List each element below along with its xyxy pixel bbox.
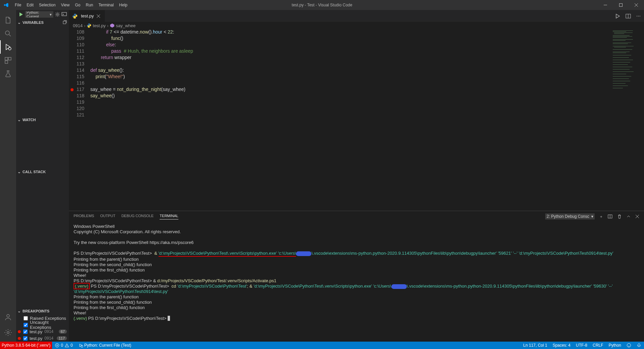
status-spaces[interactable]: Spaces: 4	[550, 342, 573, 349]
glyph-margin[interactable]	[69, 87, 75, 93]
more-actions-icon[interactable]: ⋯	[636, 13, 641, 18]
run-debug-icon[interactable]	[0, 40, 16, 54]
split-terminal-icon[interactable]	[608, 214, 612, 219]
close-window-button[interactable]	[629, 0, 644, 10]
breakpoint-item[interactable]: test.py0914117	[16, 335, 69, 342]
svg-point-8	[57, 14, 58, 15]
accounts-icon[interactable]	[0, 313, 16, 321]
glyph-margin[interactable]	[69, 36, 75, 42]
code-line[interactable]: 108 if 7 <= datetime.now().hour < 22:	[69, 29, 611, 36]
uncaught-exceptions-checkbox[interactable]	[24, 323, 28, 327]
menu-help[interactable]: Help	[117, 0, 130, 10]
settings-gear-icon[interactable]	[0, 329, 16, 337]
extensions-icon[interactable]	[0, 54, 16, 67]
code-line[interactable]: 113	[69, 61, 611, 67]
code-line[interactable]: 115 print("Whee!")	[69, 74, 611, 80]
glyph-margin[interactable]	[69, 74, 75, 80]
code-line[interactable]: 120	[69, 106, 611, 112]
glyph-margin[interactable]	[69, 61, 75, 67]
menu-view[interactable]: View	[58, 0, 72, 10]
tab-terminal[interactable]: TERMINAL	[160, 214, 178, 219]
testing-icon[interactable]	[0, 67, 16, 81]
code-editor[interactable]: 108 if 7 <= datetime.now().hour < 22:109…	[69, 29, 644, 211]
status-encoding[interactable]: UTF-8	[573, 342, 590, 349]
menu-selection[interactable]: Selection	[36, 0, 58, 10]
search-icon[interactable]	[0, 27, 16, 40]
menu-run[interactable]: Run	[83, 0, 96, 10]
menu-file[interactable]: File	[12, 0, 24, 10]
breakpoints-section-header[interactable]: ⌄ BREAKPOINTS	[16, 307, 69, 315]
status-line-col[interactable]: Ln 117, Col 1	[521, 342, 550, 349]
raised-exceptions-checkbox[interactable]	[24, 316, 28, 320]
code-line[interactable]: 109 func()	[69, 36, 611, 42]
glyph-margin[interactable]	[69, 42, 75, 48]
svg-rect-28	[613, 55, 631, 55]
callstack-section-header[interactable]: ⌄ CALL STACK	[16, 168, 69, 176]
code-line[interactable]: 116	[69, 80, 611, 87]
collapse-all-icon[interactable]	[62, 20, 67, 25]
svg-rect-3	[5, 57, 8, 60]
glyph-margin[interactable]	[69, 99, 75, 106]
status-python-interpreter[interactable]: Python 3.8.5 64-bit ('.venv')	[0, 342, 52, 349]
code-line[interactable]: 119	[69, 99, 611, 106]
code-line[interactable]: 111 pass # Hush, the neighbors are aslee…	[69, 48, 611, 55]
code-line[interactable]: 118say_whee()	[69, 93, 611, 99]
variables-section-header[interactable]: ⌄ VARIABLES	[16, 19, 69, 26]
minimap[interactable]	[611, 29, 644, 211]
glyph-margin[interactable]	[69, 93, 75, 99]
close-panel-icon[interactable]	[635, 214, 639, 218]
terminal-selector-dropdown[interactable]: 2: Python Debug Consc▾	[545, 213, 595, 219]
maximize-button[interactable]	[613, 0, 629, 10]
split-editor-icon[interactable]	[626, 13, 631, 19]
status-language[interactable]: Python	[606, 342, 624, 349]
tab-output[interactable]: OUTPUT	[100, 214, 115, 219]
menu-terminal[interactable]: Terminal	[96, 0, 116, 10]
code-line[interactable]: 114def say_whee():	[69, 67, 611, 74]
minimize-button[interactable]	[598, 0, 613, 10]
breakpoint-checkbox[interactable]	[23, 330, 28, 334]
debug-console-toggle-icon[interactable]	[61, 12, 67, 17]
open-launch-json-icon[interactable]	[55, 12, 60, 17]
svg-rect-10	[63, 21, 66, 24]
watch-section-header[interactable]: ⌄ WATCH	[16, 116, 69, 123]
new-terminal-icon[interactable]: ＋	[599, 214, 603, 219]
close-tab-icon[interactable]	[96, 13, 101, 19]
code-line[interactable]: 112 return wrapper	[69, 55, 611, 61]
status-debug-config[interactable]: Python: Current File (Test)	[76, 342, 134, 349]
svg-rect-37	[613, 76, 631, 77]
glyph-margin[interactable]	[69, 80, 75, 87]
glyph-margin[interactable]	[69, 112, 75, 118]
tab-testpy[interactable]: test.py	[69, 10, 105, 22]
start-debug-icon[interactable]	[18, 12, 24, 17]
menu-edit[interactable]: Edit	[24, 0, 36, 10]
glyph-margin[interactable]	[69, 55, 75, 61]
run-file-icon[interactable]	[615, 13, 620, 19]
code-text: print("Whee!")	[90, 74, 125, 80]
menu-go[interactable]: Go	[72, 0, 83, 10]
code-line[interactable]: 121	[69, 112, 611, 118]
code-text: func()	[90, 36, 123, 42]
glyph-margin[interactable]	[69, 48, 75, 55]
maximize-panel-icon[interactable]	[627, 214, 631, 218]
breakpoint-checkbox[interactable]	[23, 336, 28, 341]
status-errors-warnings[interactable]: 0 0	[52, 342, 75, 349]
code-line[interactable]: 110 else:	[69, 42, 611, 48]
glyph-margin[interactable]	[69, 67, 75, 74]
kill-terminal-icon[interactable]	[617, 214, 622, 219]
tab-debug-console[interactable]: DEBUG CONSOLE	[121, 214, 154, 219]
breakpoint-uncaught-exceptions[interactable]: Uncaught Exceptions	[16, 321, 69, 328]
glyph-margin[interactable]	[69, 106, 75, 112]
code-line[interactable]: 117say_whee = not_during_the_night(say_w…	[69, 87, 611, 93]
terminal[interactable]: Windows PowerShell Copyright (C) Microso…	[69, 222, 644, 342]
status-feedback-icon[interactable]	[624, 342, 634, 349]
glyph-margin[interactable]	[69, 29, 75, 36]
status-eol[interactable]: CRLF	[590, 342, 606, 349]
breadcrumb[interactable]: 0914› test.py› say_whee	[69, 22, 644, 29]
line-number: 116	[75, 80, 90, 87]
line-number: 115	[75, 74, 90, 80]
tab-problems[interactable]: PROBLEMS	[74, 214, 94, 219]
status-notifications-icon[interactable]	[634, 342, 644, 349]
svg-rect-15	[614, 34, 624, 34]
debug-config-dropdown[interactable]: Python: Current ▾	[25, 11, 53, 18]
explorer-icon[interactable]	[0, 13, 16, 27]
